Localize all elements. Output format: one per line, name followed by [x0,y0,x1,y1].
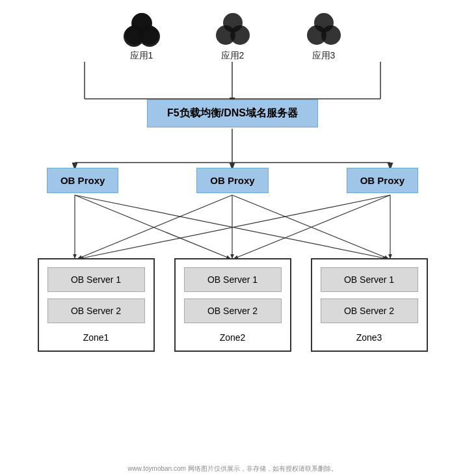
proxy-row: OB Proxy OB Proxy OB Proxy [0,168,465,193]
svg-line-19 [233,195,390,259]
proxy-box-3: OB Proxy [347,168,418,193]
app-item-1: 应用1 [122,12,161,62]
zone3-server1: OB Server 1 [321,267,418,292]
svg-point-33 [321,25,341,45]
app3-icon [304,12,343,47]
zone-box-3: OB Server 1 OB Server 2 Zone3 [311,258,428,352]
svg-line-18 [79,195,390,259]
proxy-box-1: OB Proxy [47,168,118,193]
zone-box-2: OB Server 1 OB Server 2 Zone2 [174,258,291,352]
proxy2-label: OB Proxy [210,175,254,186]
app1-label: 应用1 [130,50,153,62]
footer: www.toymoban.com 网络图片仅供展示，非存储，如有授权请联系删除。 [0,464,465,473]
zone3-label: Zone3 [356,332,382,343]
app-item-3: 应用3 [304,12,343,62]
app2-label: 应用2 [221,50,245,62]
zone-row: OB Server 1 OB Server 2 Zone1 OB Server … [0,258,465,352]
svg-line-14 [75,195,388,259]
apps-row: 应用1 应用2 应用3 [0,12,465,62]
f5-label: F5负载均衡/DNS域名服务器 [167,107,298,118]
diagram: 应用1 应用2 应用3 F5负载均衡/DNS域名服务器 OB P [0,0,465,476]
zone3-server2: OB Server 2 [321,298,418,323]
app3-label: 应用3 [312,50,336,62]
proxy1-label: OB Proxy [60,175,105,186]
zone-box-1: OB Server 1 OB Server 2 Zone1 [38,258,155,352]
zone2-server2: OB Server 2 [184,298,282,323]
app-item-2: 应用2 [213,12,252,62]
f5-box: F5负载均衡/DNS域名服务器 [147,99,318,127]
proxy-box-2: OB Proxy [196,168,268,193]
app2-icon [213,12,252,47]
zone1-label: Zone1 [83,332,109,343]
proxy3-label: OB Proxy [360,175,405,186]
zone1-server1: OB Server 1 [47,267,145,292]
zone2-server1: OB Server 1 [184,267,282,292]
svg-line-17 [232,195,389,259]
app1-icon [122,12,161,47]
svg-line-13 [75,195,231,259]
svg-point-30 [230,25,250,45]
zone1-server2: OB Server 2 [47,298,145,323]
svg-point-27 [139,25,159,45]
arrows-svg [0,0,465,476]
svg-line-15 [77,195,232,259]
zone2-label: Zone2 [220,332,246,343]
